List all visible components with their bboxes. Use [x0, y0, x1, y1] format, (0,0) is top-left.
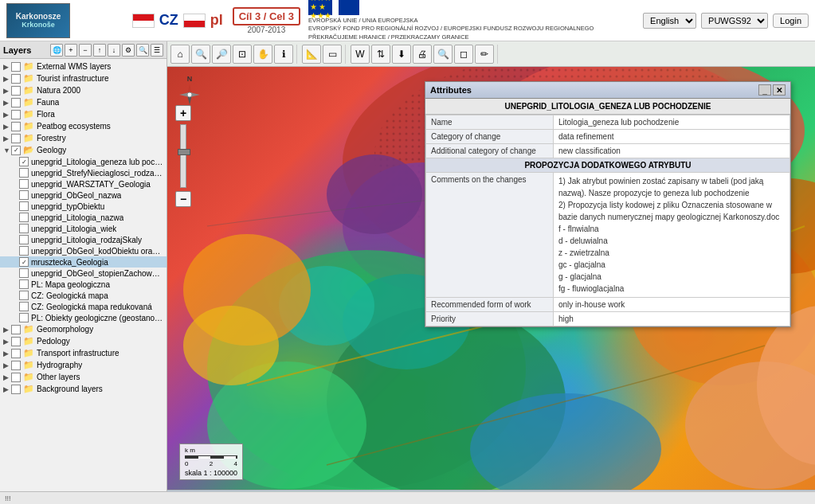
print-btn[interactable]: 🖨 [413, 45, 432, 64]
layer-hydrography[interactable]: ▶ 📁 Hydrography [0, 359, 167, 371]
layer-forestry-label: Forestry [37, 134, 66, 143]
layer-g15-checkbox[interactable] [19, 313, 29, 322]
search-layers-btn[interactable]: 🔍 [136, 44, 149, 57]
settings-icon[interactable]: ⚙ [122, 44, 135, 57]
header-right: English Czech Polish PUWGS92 WGS84 Login [643, 13, 809, 29]
layer-pedology[interactable]: ▶ 📁 Pedology [0, 335, 167, 347]
layer-transport-checkbox[interactable] [11, 349, 21, 358]
move-up-btn[interactable]: ↑ [93, 44, 106, 57]
measure-area-btn[interactable]: ▭ [323, 45, 342, 64]
layer-other-checkbox[interactable] [11, 373, 21, 382]
layer-g12-checkbox[interactable] [19, 279, 29, 289]
layer-g3-checkbox[interactable] [19, 179, 29, 189]
layer-g14[interactable]: CZ: Geologická mapa redukovaná [0, 301, 167, 312]
home-button[interactable]: ⌂ [170, 45, 190, 64]
layer-flora[interactable]: ▶ 📁 Flora [0, 108, 167, 120]
language-selector[interactable]: English Czech Polish [643, 13, 696, 29]
layer-g13[interactable]: CZ: Geologická mapa [0, 290, 167, 301]
layer-background[interactable]: ▶ 📁 Background layers [0, 383, 167, 395]
layer-fauna[interactable]: ▶ 📁 Fauna [0, 96, 167, 108]
zoom-slider[interactable] [180, 124, 186, 188]
export-btn[interactable]: ⬇ [392, 45, 411, 64]
edit-btn[interactable]: ✏ [475, 45, 494, 64]
layer-g4-checkbox[interactable] [19, 190, 29, 200]
layer-flora-checkbox[interactable] [11, 110, 21, 119]
layer-forestry-checkbox[interactable] [11, 134, 21, 143]
layer-external-wms[interactable]: ▶ 📁 External WMS layers [0, 61, 167, 72]
zoom-minus-btn[interactable]: − [175, 191, 191, 207]
pan-button[interactable]: ✋ [253, 45, 272, 64]
crs-selector[interactable]: PUWGS92 WGS84 [701, 13, 768, 29]
layer-g7-checkbox[interactable] [19, 224, 29, 233]
attr-minimize-btn[interactable]: _ [758, 84, 771, 96]
zoom-in-button[interactable]: 🔍 [191, 45, 210, 64]
layer-g11-checkbox[interactable] [19, 268, 29, 278]
globe-icon[interactable]: 🌐 [50, 44, 63, 57]
add-layer-btn[interactable]: + [65, 44, 77, 57]
layer-pedology-checkbox[interactable] [11, 337, 21, 346]
layer-g3[interactable]: unepgrid_WARSZTATY_Geologia [0, 178, 167, 189]
attr-close-btn[interactable]: ✕ [773, 84, 786, 96]
zoom-extent-button[interactable]: ⊡ [233, 45, 252, 64]
eu-line1: EVROPSKÁ UNIE / UNIA EUROPEJSKA [308, 17, 594, 25]
remove-layer-btn[interactable]: − [79, 44, 92, 57]
wms-btn[interactable]: W [351, 45, 370, 64]
login-button[interactable]: Login [773, 14, 809, 28]
search-map-btn[interactable]: 🔍 [433, 45, 453, 64]
layer-fauna-checkbox[interactable] [11, 98, 21, 107]
zoom-out-button[interactable]: 🔎 [212, 45, 231, 64]
layer-external-wms-checkbox[interactable] [11, 62, 21, 72]
map-area[interactable]: ⌂ 🔍 🔎 ⊡ ✋ ℹ 📐 ▭ W ⇅ ⬇ 🖨 🔍 ◻ ✏ [167, 41, 815, 504]
layer-g10-checkbox[interactable] [19, 257, 29, 267]
layer-g13-checkbox[interactable] [19, 291, 29, 300]
layer-peatbog-checkbox[interactable] [11, 122, 21, 131]
attr-key-addcat: Additional category of change [426, 144, 554, 158]
layer-peatbog[interactable]: ▶ 📁 Peatbog ecosystems [0, 120, 167, 132]
select-btn[interactable]: ◻ [454, 45, 473, 64]
identify-button[interactable]: ℹ [274, 45, 293, 64]
layer-g2[interactable]: unepgrid_StrefyNieciaglosci_rodzaj nieci… [0, 167, 167, 178]
layer-geology[interactable]: ▼ 📂 Geology [0, 144, 167, 156]
layer-geomorphology-checkbox[interactable] [11, 325, 21, 334]
layer-g2-checkbox[interactable] [19, 168, 29, 178]
layer-g1-checkbox[interactable] [19, 157, 29, 166]
layer-g6[interactable]: unepgrid_Litologia_nazwa [0, 212, 167, 223]
menu-icon[interactable]: ☰ [151, 44, 163, 57]
layer-g5[interactable]: unepgrid_typObiektu [0, 201, 167, 212]
cil3-label: Cíl 3 / Cel 3 [233, 7, 300, 25]
layer-natura-checkbox[interactable] [11, 86, 21, 96]
layer-transport[interactable]: ▶ 📁 Transport infrastructure [0, 347, 167, 359]
layer-g6-checkbox[interactable] [19, 213, 29, 222]
layer-tourist[interactable]: ▶ 📁 Tourist infrastructure [0, 72, 167, 84]
layer-g9[interactable]: unepgrid_ObGeol_kodObiektu oraz/lub nur.… [0, 245, 167, 256]
layer-background-checkbox[interactable] [11, 385, 21, 394]
layer-g8-checkbox[interactable] [19, 235, 29, 244]
zoom-plus-btn[interactable]: + [175, 105, 191, 121]
layer-natura[interactable]: ▶ 📁 Natura 2000 [0, 84, 167, 96]
layer-g7[interactable]: unepgrid_Litologia_wiek [0, 223, 167, 234]
layer-g14-checkbox[interactable] [19, 302, 29, 311]
zoom-thumb[interactable] [178, 149, 190, 155]
layer-geomorphology[interactable]: ▶ 📁 Geomorphology [0, 323, 167, 335]
layer-g8[interactable]: unepgrid_Litologia_rodzajSkaly [0, 234, 167, 245]
layer-g5-checkbox[interactable] [19, 201, 29, 211]
layer-order-btn[interactable]: ⇅ [371, 45, 390, 64]
attr-section-header: PROPOZYCJA DODATKOWEGO ATRYBUTU [426, 158, 790, 173]
layer-other[interactable]: ▶ 📁 Other layers [0, 371, 167, 383]
measure-distance-btn[interactable]: 📐 [302, 45, 321, 64]
layer-g12[interactable]: PL: Mapa geologiczna [0, 279, 167, 290]
layer-g1[interactable]: unepgrid_Litologia_geneza lub pochodzi..… [0, 156, 167, 167]
move-down-btn[interactable]: ↓ [108, 44, 120, 57]
layer-tourist-checkbox[interactable] [11, 74, 21, 84]
layer-g11[interactable]: unepgrid_ObGeol_stopienZachowania [0, 268, 167, 279]
layer-g7-label: unepgrid_Litologia_wiek [31, 225, 116, 233]
layer-g9-checkbox[interactable] [19, 246, 29, 256]
layer-hydrography-checkbox[interactable] [11, 361, 21, 370]
layer-g15[interactable]: PL: Obiekty geologiczne (geostanowiska) [0, 312, 167, 323]
layer-forestry[interactable]: ▶ 📁 Forestry [0, 132, 167, 144]
layer-geology-checkbox[interactable] [11, 146, 21, 155]
layer-g4[interactable]: unepgrid_ObGeol_nazwa [0, 189, 167, 201]
layer-tourist-label: Tourist infrastructure [37, 74, 109, 83]
layer-g10[interactable]: mrusztecka_Geologia [0, 256, 167, 268]
attributes-titlebar[interactable]: Attributes _ ✕ [425, 82, 790, 99]
